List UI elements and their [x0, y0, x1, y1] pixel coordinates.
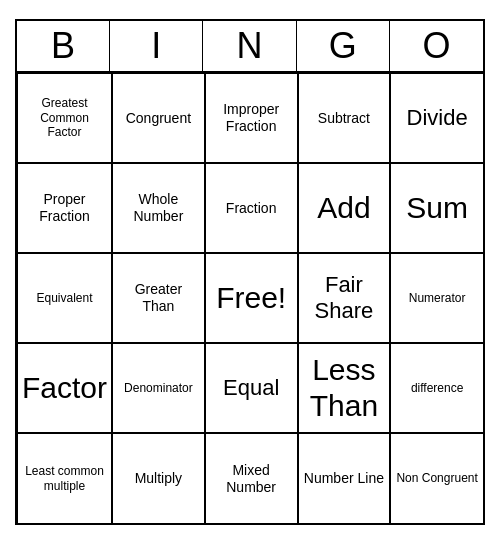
- header-letter-o: O: [390, 21, 483, 71]
- bingo-cell-11: Greater Than: [112, 253, 205, 343]
- bingo-cell-5: Proper Fraction: [17, 163, 112, 253]
- header-letter-i: I: [110, 21, 203, 71]
- bingo-header: BINGO: [17, 21, 483, 73]
- bingo-cell-4: Divide: [390, 73, 483, 163]
- bingo-cell-21: Multiply: [112, 433, 205, 523]
- bingo-cell-6: Whole Number: [112, 163, 205, 253]
- bingo-cell-9: Sum: [390, 163, 483, 253]
- bingo-cell-7: Fraction: [205, 163, 298, 253]
- bingo-cell-20: Least common multiple: [17, 433, 112, 523]
- header-letter-g: G: [297, 21, 390, 71]
- bingo-cell-17: Equal: [205, 343, 298, 433]
- bingo-cell-12: Free!: [205, 253, 298, 343]
- bingo-grid: Greatest Common FactorCongruentImproper …: [17, 73, 483, 523]
- bingo-cell-16: Denominator: [112, 343, 205, 433]
- bingo-cell-15: Factor: [17, 343, 112, 433]
- bingo-cell-13: Fair Share: [298, 253, 391, 343]
- bingo-cell-18: Less Than: [298, 343, 391, 433]
- bingo-cell-19: difference: [390, 343, 483, 433]
- bingo-cell-10: Equivalent: [17, 253, 112, 343]
- bingo-cell-8: Add: [298, 163, 391, 253]
- bingo-cell-24: Non Congruent: [390, 433, 483, 523]
- bingo-cell-3: Subtract: [298, 73, 391, 163]
- bingo-cell-23: Number Line: [298, 433, 391, 523]
- header-letter-n: N: [203, 21, 296, 71]
- bingo-cell-14: Numerator: [390, 253, 483, 343]
- bingo-card: BINGO Greatest Common FactorCongruentImp…: [15, 19, 485, 525]
- bingo-cell-2: Improper Fraction: [205, 73, 298, 163]
- header-letter-b: B: [17, 21, 110, 71]
- bingo-cell-22: Mixed Number: [205, 433, 298, 523]
- bingo-cell-1: Congruent: [112, 73, 205, 163]
- bingo-cell-0: Greatest Common Factor: [17, 73, 112, 163]
